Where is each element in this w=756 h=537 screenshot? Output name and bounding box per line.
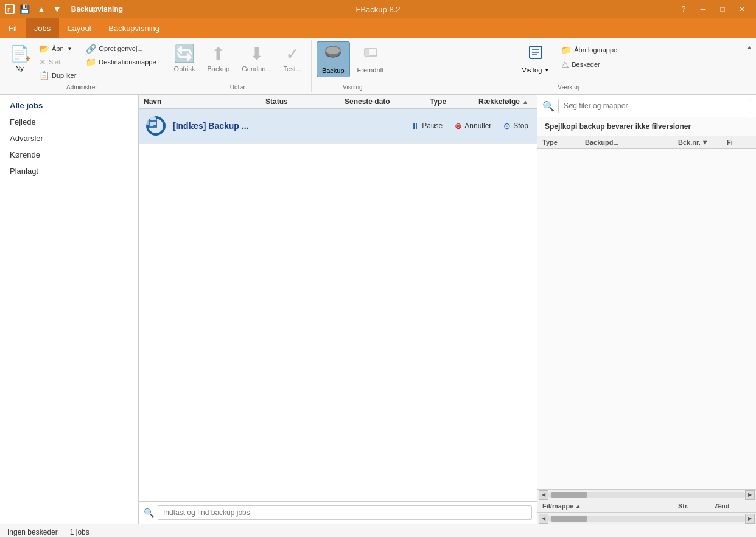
menu-jobs[interactable]: Jobs [26,18,59,38]
vis-log-icon [527,44,544,65]
rth-backupd: Backupd... [585,139,678,146]
sidebar-item-advarsler[interactable]: Advarsler [0,130,138,147]
ny-icon: 📄 + [10,44,29,63]
sidebar-item-fejlede[interactable]: Fejlede [0,114,138,130]
dest-label: Destinationsmappe [99,58,156,66]
right-table-header: Type Backupd... Bck.nr. ▼ Fi [537,136,756,149]
ribbon-btn-gendan[interactable]: ⬇ Gendan... [237,41,276,75]
ribbon-group-udfr: 🔄 Opfrisk ⬆ Backup ⬇ Gendan... ✓ Test...… [164,40,312,92]
scroll-right-bottom-btn[interactable]: ▶ [745,514,755,524]
col-header-dato: Seneste dato [345,97,430,106]
test-icon: ✓ [285,44,299,64]
sort-desc-icon: ▼ [702,139,709,146]
menu-layout[interactable]: Layout [59,18,100,38]
vis-log-label: Vis log [522,66,542,74]
status-bar: Ingen beskeder 1 jobs [0,524,756,537]
rth-f: Fi [727,139,751,146]
job-icon [144,114,168,138]
ribbon-btn-genvej[interactable]: 🔗 Opret genvej... [83,43,158,55]
bottom-scrollbar-thumb[interactable] [551,516,587,522]
slet-label: Slet [49,58,60,66]
ribbon-btn-backup-view[interactable]: Backup [317,41,350,77]
right-bottom-scrollbar: ◀ ▶ [537,513,756,524]
right-info-text: Spejlkopi backup bevarer ikke filversion… [537,117,756,136]
quick-up-btn[interactable]: ▲ [35,3,48,15]
table-row[interactable]: [Indlæs] Backup ... ⏸ Pause ⊗ Annuller ⊙ [139,109,537,144]
stop-btn[interactable]: ⊙ Stop [500,120,532,132]
minimize-btn[interactable]: ─ [694,2,712,16]
scroll-left-btn[interactable]: ◀ [539,490,548,500]
menu-bar: Fil Jobs Layout Backupvisning [0,18,756,38]
ribbon-btn-abn[interactable]: 📂 Åbn ▼ [37,43,79,55]
right-search-input[interactable] [558,99,751,113]
rth-type: Type [542,139,585,146]
ribbon-btn-opfrisk[interactable]: 🔄 Opfrisk [169,41,200,75]
scroll-left-bottom-btn[interactable]: ◀ [539,514,548,524]
search-icon-right: 🔍 [542,100,555,112]
svg-point-3 [326,46,340,55]
content-area: Navn Status Seneste dato Type Rækkefølge… [139,95,537,524]
ribbon-btn-abn-log[interactable]: 📁 Åbn logmappe [559,44,620,56]
job-name: [Indlæs] Backup ... [173,121,261,131]
ribbon-btn-slet[interactable]: ✕ Slet [37,56,79,68]
ribbon-group-administrer: 📄 + Ny 📂 Åbn ▼ ✕ Slet 📋 Dupliker [0,40,164,92]
rth-bckno: Bck.nr. ▼ [678,139,727,146]
abn-icon: 📂 [39,44,49,54]
svg-rect-5 [365,49,369,56]
help-btn[interactable]: ? [674,2,693,16]
test-label: Test... [284,65,301,72]
ribbon: 📄 + Ny 📂 Åbn ▼ ✕ Slet 📋 Dupliker [0,38,756,95]
ribbon-btn-dest[interactable]: 📁 Destinationsmappe [83,56,158,68]
right-panel: 🔍 Spejlkopi backup bevarer ikke filversi… [537,95,756,524]
menu-backupvisning[interactable]: Backupvisning [100,18,168,38]
fremdrift-icon [362,44,379,65]
ribbon-btn-backup[interactable]: ⬆ Backup [203,41,235,75]
status-jobs-count: 1 jobs [70,528,89,536]
ribbon-collapse-btn[interactable]: ▲ [743,43,756,52]
annuller-label: Annuller [464,122,491,130]
ribbon-group-vaerktoej: Vis log ▼ 📁 Åbn logmappe ⚠ Beskeder Værk… [394,40,743,92]
group-label-vaerktoej: Værktøj [558,84,579,91]
quick-access[interactable]: 💾 ▲ ▼ [17,3,64,15]
scrollbar-track [548,492,745,498]
sort-icon: ▲ [522,99,528,105]
col-header-status: Status [265,97,345,106]
ribbon-btn-fremdrift[interactable]: Fremdrift [352,41,389,76]
col-header-raekkefolge: Rækkefølge ▲ [478,97,532,106]
ny-label: Ny [15,64,23,72]
main-layout: Alle jobs Fejlede Advarsler Kørende Plan… [0,95,756,524]
ribbon-btn-test[interactable]: ✓ Test... [279,41,306,75]
backup-udfr-label: Backup [208,65,230,72]
genvej-icon: 🔗 [86,44,96,54]
job-list: [Indlæs] Backup ... ⏸ Pause ⊗ Annuller ⊙ [139,109,537,501]
backup-view-icon [324,44,341,66]
sidebar-item-koerende[interactable]: Kørende [0,147,138,163]
sort-asc-icon: ▲ [575,502,581,510]
sidebar-item-alle[interactable]: Alle jobs [0,97,138,114]
pause-btn[interactable]: ⏸ Pause [407,120,446,132]
svg-text:F: F [7,7,11,13]
scroll-right-btn[interactable]: ▶ [745,490,755,500]
cancel-icon: ⊗ [455,121,462,131]
menu-fil[interactable]: Fil [0,18,26,38]
fremdrift-label: Fremdrift [357,66,384,74]
annuller-btn[interactable]: ⊗ Annuller [451,120,495,132]
quick-dropdown-btn[interactable]: ▼ [51,3,64,15]
maximize-btn[interactable]: □ [713,2,732,16]
quick-save-btn[interactable]: 💾 [17,3,32,15]
group-label-administrer: Administrer [66,84,97,91]
rbt-col2: Str. [678,502,715,510]
scrollbar-thumb[interactable] [551,492,587,498]
close-btn[interactable]: ✕ [733,2,751,16]
stop-icon: ⊙ [503,121,511,131]
ribbon-btn-vis-log[interactable]: Vis log ▼ [517,41,555,76]
ribbon-btn-beskeder[interactable]: ⚠ Beskeder [559,58,620,71]
ribbon-btn-dupliker[interactable]: 📋 Dupliker [37,69,79,81]
pause-icon: ⏸ [411,121,419,131]
status-messages: Ingen beskeder [7,528,58,536]
sidebar-item-planlagt[interactable]: Planlagt [0,163,138,179]
ribbon-btn-ny[interactable]: 📄 + Ny [5,41,34,74]
ribbon-tab-label: Backupvisning [71,5,123,13]
search-input-bottom[interactable] [158,505,532,520]
dupliker-icon: 📋 [39,71,49,80]
